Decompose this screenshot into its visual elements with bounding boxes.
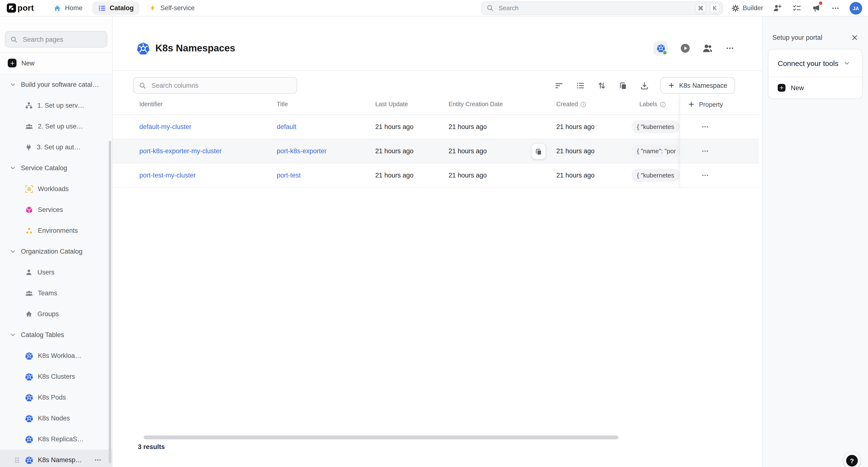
sidebar-item-k8s-nodes[interactable]: K8s Nodes [0, 408, 112, 429]
sidebar-item-label: 1. Set up serv… [37, 102, 85, 109]
column-header-identifier[interactable]: Identifier [133, 101, 277, 108]
item-more-button[interactable] [94, 456, 101, 464]
horizontal-scrollbar[interactable] [144, 435, 618, 439]
section-label: Service Catalog [21, 164, 67, 172]
connect-tools-card: Connect your tools New [768, 49, 863, 99]
sidebar-search-input[interactable] [22, 35, 102, 43]
ellipsis-icon [702, 123, 709, 130]
checklist-icon [793, 4, 801, 12]
column-header-entity-creation-date[interactable]: Entity Creation Date [448, 101, 556, 108]
sidebar-section-organization-catalog[interactable]: Organization Catalog [0, 241, 112, 262]
nav-catalog[interactable]: Catalog [92, 1, 140, 15]
copy-cell-button[interactable] [531, 143, 546, 160]
play-button[interactable] [680, 43, 690, 54]
exporter-status-button[interactable] [653, 41, 668, 56]
invite-user-button[interactable] [772, 3, 782, 13]
main-panel: K8s Namespaces [113, 16, 762, 467]
sidebar-tree: Build your software catal… 1. Set up ser… [0, 74, 112, 467]
sidebar-section-build[interactable]: Build your software catal… [0, 74, 112, 95]
sidebar-item-setup-users[interactable]: 2. Set up use… [0, 116, 112, 137]
sidebar-item-k8s-clusters[interactable]: K8s Clusters [0, 366, 112, 387]
title-link[interactable]: port-k8s-exporter [277, 147, 327, 155]
sidebar-item-label: K8s Workloa… [38, 352, 82, 359]
sidebar-item-users[interactable]: Users [0, 262, 112, 283]
sidebar-item-setup-service[interactable]: 1. Set up serv… [0, 95, 112, 116]
sidebar-item-k8s-namespaces[interactable]: K8s Namesp… [0, 449, 112, 467]
connect-tools-toggle[interactable]: Connect your tools [769, 49, 862, 77]
sidebar-scrollbar[interactable] [109, 141, 111, 464]
created-cell: 21 hours ago [556, 172, 639, 179]
export-button[interactable] [640, 81, 649, 90]
permissions-button[interactable] [702, 43, 713, 54]
announcements-button[interactable] [811, 3, 822, 13]
table-row[interactable]: default-my-cluster default 21 hours ago … [113, 115, 759, 139]
sidebar-item-label: Users [37, 269, 55, 276]
panel-new-button[interactable]: New [769, 77, 862, 98]
team-icon [25, 289, 33, 297]
page-more-button[interactable] [724, 43, 735, 54]
row-more-button[interactable] [702, 147, 709, 155]
drag-handle-icon[interactable] [13, 456, 21, 464]
sidebar-item-k8s-replicasets[interactable]: K8s ReplicaS… [0, 429, 112, 449]
identifier-link[interactable]: port-test-my-cluster [139, 172, 196, 179]
kubernetes-icon [25, 414, 33, 422]
sidebar-item-k8s-workloads[interactable]: K8s Workloa… [0, 345, 112, 366]
avatar[interactable]: JA [849, 2, 862, 14]
help-button[interactable]: ? [844, 453, 860, 467]
row-more-button[interactable] [702, 123, 709, 130]
copy-table-button[interactable] [619, 81, 627, 90]
home-icon [25, 310, 33, 318]
labels-chip[interactable]: { "kubernetes [631, 120, 680, 133]
created-cell: 21 hours ago [556, 123, 639, 130]
sort-button[interactable] [598, 81, 606, 90]
column-header-title[interactable]: Title [277, 101, 375, 108]
tasks-button[interactable] [791, 3, 802, 13]
ellipsis-icon [725, 44, 734, 53]
sidebar-item-k8s-pods[interactable]: K8s Pods [0, 387, 112, 408]
row-more-button[interactable] [702, 172, 709, 179]
title-link[interactable]: default [277, 123, 297, 130]
sidebar-section-catalog-tables[interactable]: Catalog Tables [0, 325, 112, 345]
labels-chip[interactable]: { "name": "por [631, 144, 681, 158]
sidebar-item-workloads[interactable]: Workloads [0, 178, 112, 199]
last-update-cell: 21 hours ago [375, 147, 448, 155]
title-link[interactable]: port-test [277, 172, 301, 179]
sidebar-item-groups[interactable]: Groups [0, 304, 112, 325]
identifier-link[interactable]: port-k8s-exporter-my-cluster [139, 147, 222, 155]
filter-button[interactable] [555, 81, 563, 90]
close-icon[interactable] [851, 34, 858, 41]
more-options-button[interactable] [830, 3, 841, 13]
column-header-last-update[interactable]: Last Update [375, 101, 448, 108]
sidebar-item-setup-automations[interactable]: 3. Set up aut… [0, 137, 112, 158]
column-search[interactable] [133, 77, 297, 94]
add-property-button[interactable]: Property [680, 94, 759, 115]
global-search-input[interactable] [498, 4, 691, 12]
ellipsis-icon [832, 4, 839, 12]
panel-new-label: New [791, 84, 804, 91]
table-row[interactable]: port-test-my-cluster port-test 21 hours … [113, 163, 759, 188]
port-logo[interactable]: port [7, 3, 34, 13]
labels-chip[interactable]: { "kubernetes [631, 169, 680, 182]
nav-home[interactable]: Home [48, 1, 88, 15]
sidebar-search[interactable] [5, 31, 107, 47]
sidebar-item-services[interactable]: Services [0, 199, 112, 220]
port-logo-icon [7, 3, 16, 12]
add-entity-button[interactable]: K8s Namespace [660, 77, 735, 94]
info-icon[interactable] [580, 101, 587, 107]
column-search-input[interactable] [151, 81, 291, 90]
builder-button[interactable]: Builder [732, 4, 763, 12]
identifier-link[interactable]: default-my-cluster [139, 123, 191, 130]
group-by-button[interactable] [576, 81, 585, 90]
sidebar-section-service-catalog[interactable]: Service Catalog [0, 158, 112, 178]
info-icon[interactable] [660, 101, 666, 107]
global-search[interactable]: ⌘ K [481, 1, 723, 15]
sidebar-item-environments[interactable]: Environments [0, 220, 112, 241]
table-row[interactable]: port-k8s-exporter-my-cluster port-k8s-ex… [113, 139, 759, 163]
nav-self-service-label: Self-service [160, 4, 195, 12]
nav-self-service[interactable]: Self-service [144, 1, 200, 14]
search-icon [139, 82, 146, 89]
kubernetes-icon [25, 373, 33, 380]
column-header-created[interactable]: Created [556, 101, 639, 108]
sidebar-new-button[interactable]: New [5, 53, 107, 74]
sidebar-item-teams[interactable]: Teams [0, 283, 112, 304]
